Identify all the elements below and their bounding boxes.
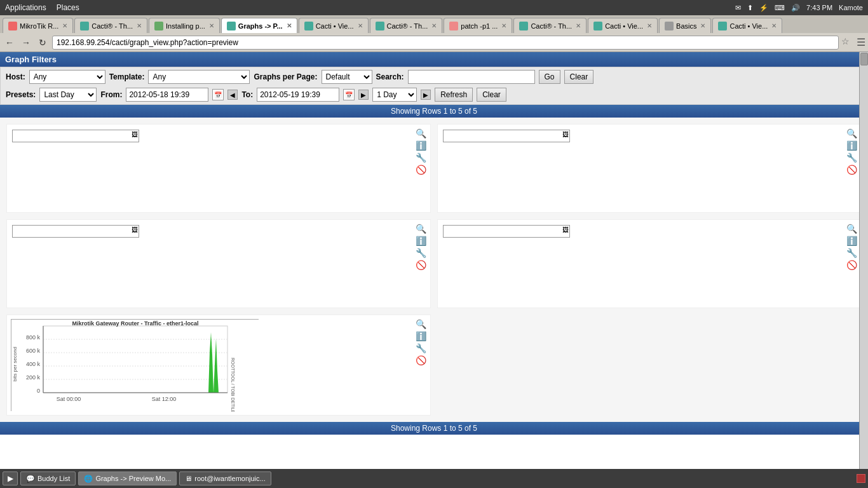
zoom-icon-3[interactable]: 🔍	[416, 224, 426, 234]
presets-select[interactable]: Last Day	[39, 88, 97, 102]
tab-mikrotik-close[interactable]: ✕	[62, 22, 67, 29]
graph-filters-title: Graph Filters	[5, 55, 57, 64]
delete-icon-2[interactable]: 🚫	[846, 165, 857, 175]
tab-installing-close[interactable]: ✕	[209, 22, 214, 29]
tab-installing[interactable]: Installing p... ✕	[149, 18, 220, 33]
places-menu[interactable]: Places	[57, 3, 79, 12]
tab-cacti1[interactable]: Cacti® - Th... ✕	[74, 18, 147, 33]
info-icon-1[interactable]: ℹ️	[416, 140, 426, 151]
interval-select[interactable]: 1 Day	[372, 88, 417, 102]
tab-graphs[interactable]: Graphs -> P... ✕	[221, 18, 297, 33]
status-text-bottom: Showing Rows 1 to 5 of 5	[391, 424, 477, 433]
refresh-button[interactable]: Refresh	[435, 88, 473, 102]
scroll-thumb[interactable]	[860, 53, 868, 65]
tab-cacti-view2-close[interactable]: ✕	[647, 22, 652, 29]
bookmark-icon[interactable]: ☆	[841, 36, 854, 49]
delete-icon-3[interactable]: 🚫	[416, 260, 426, 270]
tab-mikrotik-label: MikroTik R...	[20, 22, 58, 30]
tab-mikrotik[interactable]: MikroTik R... ✕	[3, 18, 73, 33]
graphs-per-page-select[interactable]: Default	[322, 70, 372, 84]
tab-cacti-view3-close[interactable]: ✕	[771, 22, 776, 29]
svg-text:Sat 00:00: Sat 00:00	[57, 396, 81, 402]
tab-cacti-view1-icon	[304, 22, 313, 30]
tab-patch-close[interactable]: ✕	[501, 22, 506, 29]
graph-placeholder-3: 🖼	[12, 225, 139, 238]
tab-cacti-view1-close[interactable]: ✕	[358, 22, 363, 29]
delete-icon-5[interactable]: 🚫	[416, 355, 426, 365]
status-bar-top: Showing Rows 1 to 5 of 5	[0, 105, 868, 118]
tab-cacti-view1-label: Cacti • Vie...	[316, 22, 354, 30]
tab-graphs-close[interactable]: ✕	[287, 22, 292, 29]
taskbar-terminal[interactable]: 🖥 root@iwantlemonjuic...	[179, 471, 271, 485]
wrench-icon-5[interactable]: 🔧	[416, 343, 426, 353]
forward-button[interactable]: →	[19, 36, 33, 50]
clear-button-1[interactable]: Clear	[564, 70, 594, 84]
keyboard-icon[interactable]: ⌨	[775, 4, 785, 12]
wrench-icon-3[interactable]: 🔧	[416, 248, 426, 258]
from-calendar-icon[interactable]: 📅	[212, 89, 224, 100]
tab-patch[interactable]: patch -p1 ... ✕	[444, 18, 512, 33]
from-input[interactable]	[126, 88, 208, 102]
mail-icon[interactable]: ✉	[735, 4, 741, 12]
scrollbar[interactable]	[859, 52, 868, 469]
tab-cacti2-close[interactable]: ✕	[431, 22, 437, 29]
info-icon-4[interactable]: ℹ️	[846, 236, 857, 246]
tab-installing-icon	[154, 22, 163, 30]
wrench-icon-2[interactable]: 🔧	[846, 152, 857, 163]
tab-basics-close[interactable]: ✕	[700, 22, 705, 29]
to-input[interactable]	[257, 88, 339, 102]
host-select[interactable]: Any	[29, 70, 105, 84]
search-input[interactable]	[408, 70, 535, 84]
graph-placeholder-2: 🖼	[443, 130, 570, 142]
zoom-icon-4[interactable]: 🔍	[846, 224, 857, 234]
taskbar-buddy-list[interactable]: 💬 Buddy List	[20, 471, 76, 485]
template-select[interactable]: Any	[148, 70, 250, 84]
info-icon-2[interactable]: ℹ️	[846, 140, 857, 151]
graph-cell-1: 🖼 🔍 ℹ️ 🔧 🚫	[6, 124, 431, 213]
tab-cacti1-close[interactable]: ✕	[137, 22, 142, 29]
interval-arrow[interactable]: ▶	[421, 90, 431, 100]
volume-icon[interactable]: 🔊	[791, 4, 800, 12]
delete-icon-4[interactable]: 🚫	[846, 260, 857, 270]
reload-button[interactable]: ↻	[36, 36, 50, 50]
graph-cell-2: 🖼 🔍 ℹ️ 🔧 🚫	[437, 124, 862, 213]
bluetooth-icon[interactable]: ⚡	[759, 4, 768, 12]
info-icon-3[interactable]: ℹ️	[416, 236, 426, 246]
from-arrow-left[interactable]: ◀	[227, 90, 238, 100]
browser-toolbar: ← → ↻ 192.168.99.254/cacti/graph_view.ph…	[0, 33, 868, 52]
network-icon[interactable]: ⬆	[747, 4, 753, 12]
clock: 7:43 PM	[806, 4, 832, 11]
username: Kamote	[839, 4, 863, 11]
settings-icon[interactable]: ☰	[857, 36, 865, 48]
clear-button-2[interactable]: Clear	[477, 88, 506, 102]
svg-text:800 k: 800 k	[26, 334, 41, 341]
tab-cacti3-icon	[519, 22, 528, 30]
tab-cacti-view3[interactable]: Cacti • Vie... ✕	[712, 18, 782, 33]
tab-cacti2-icon	[376, 22, 384, 30]
tab-basics[interactable]: Basics ✕	[659, 18, 711, 33]
info-icon-5[interactable]: ℹ️	[416, 331, 426, 341]
zoom-icon-2[interactable]: 🔍	[846, 128, 857, 139]
taskbar-color-indicator	[857, 474, 865, 483]
address-bar[interactable]: 192.168.99.254/cacti/graph_view.php?acti…	[52, 36, 839, 50]
wrench-icon-1[interactable]: 🔧	[416, 152, 426, 163]
go-button[interactable]: Go	[539, 70, 560, 84]
tab-cacti-view2[interactable]: Cacti • Vie... ✕	[588, 18, 658, 33]
tab-cacti2[interactable]: Cacti® - Th... ✕	[370, 18, 443, 33]
graph-filters-header: Graph Filters	[0, 52, 868, 67]
tab-cacti3-close[interactable]: ✕	[576, 22, 581, 29]
wrench-icon-4[interactable]: 🔧	[846, 248, 857, 258]
tab-cacti-view1[interactable]: Cacti • Vie... ✕	[299, 18, 369, 33]
applications-menu[interactable]: Applications	[5, 3, 46, 12]
zoom-icon-5[interactable]: 🔍	[416, 319, 426, 329]
taskbar-start[interactable]: ▶	[3, 471, 18, 485]
start-icon: ▶	[8, 474, 13, 483]
delete-icon-1[interactable]: 🚫	[416, 165, 426, 175]
to-arrow-right[interactable]: ▶	[358, 90, 369, 100]
tab-cacti3[interactable]: Cacti® - Th... ✕	[513, 18, 587, 33]
back-button[interactable]: ←	[3, 36, 17, 50]
to-calendar-icon[interactable]: 📅	[343, 89, 355, 100]
tab-cacti1-label: Cacti® - Th...	[92, 22, 133, 30]
zoom-icon-1[interactable]: 🔍	[416, 128, 426, 139]
taskbar-graphs[interactable]: 🌐 Graphs -> Preview Mo...	[78, 471, 177, 485]
